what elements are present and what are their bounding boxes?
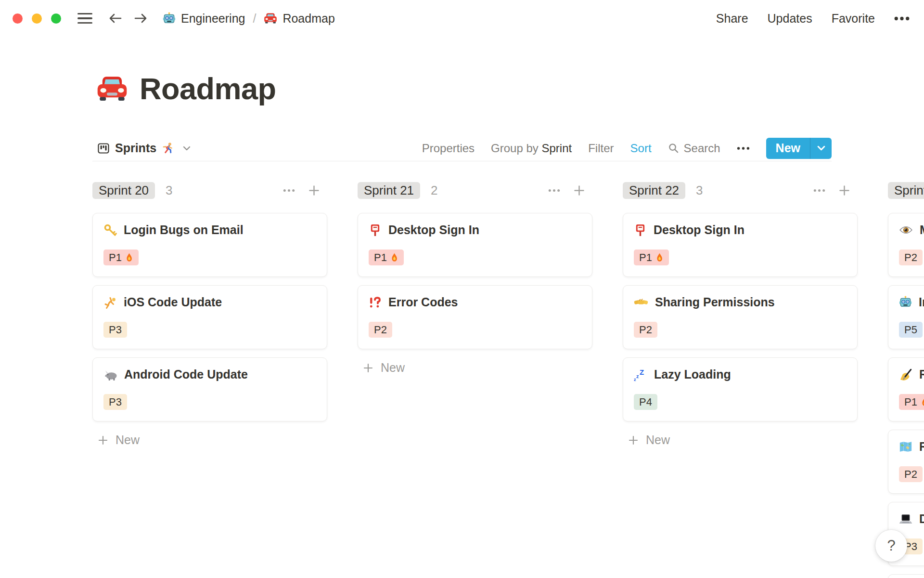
card-title: Android Code Update: [124, 368, 248, 381]
card-title: Sharing Permissions: [655, 295, 775, 309]
svg-text:z: z: [634, 377, 636, 381]
priority-badge: P3: [103, 394, 127, 410]
card-login-bugs-on-email[interactable]: Login Bugs on Email P1: [92, 213, 327, 277]
kanban-board: Sprint 20 3 Login Bugs on Email P1: [92, 182, 924, 578]
add-card-button[interactable]: New: [623, 433, 858, 447]
updates-button[interactable]: Updates: [768, 12, 812, 26]
group-by-value: Sprint: [541, 142, 572, 155]
key-emoji: [103, 223, 117, 237]
card-android-code-update[interactable]: Android Code Update P3: [92, 357, 327, 421]
fire-emoji: [655, 253, 664, 263]
close-window-button[interactable]: [13, 13, 23, 24]
forward-arrow-icon[interactable]: [134, 13, 148, 24]
card-title: iOS Code Update: [124, 295, 222, 309]
help-button[interactable]: ?: [875, 530, 907, 562]
breadcrumb-separator: /: [251, 12, 258, 26]
fire-emoji: [125, 253, 133, 263]
column-header: Sprint 21 2: [358, 182, 592, 199]
priority-badge: P1: [369, 250, 404, 265]
rhino-emoji: [103, 368, 117, 381]
board-column-sprint-23: Sprint 23 M P2 In P5: [888, 182, 924, 578]
minimize-window-button[interactable]: [32, 13, 42, 24]
car-emoji: [264, 13, 277, 24]
new-button[interactable]: New: [766, 138, 832, 159]
view-toolbar: Sprints Properties Group by Sprint Filte…: [92, 135, 832, 161]
traffic-lights: [13, 13, 61, 24]
column-add-icon[interactable]: [838, 184, 851, 197]
column-count: 3: [166, 183, 172, 198]
new-button-label: New: [766, 138, 810, 159]
column-name-pill[interactable]: Sprint 20: [92, 182, 155, 199]
breadcrumb-page[interactable]: Roadmap: [264, 12, 334, 26]
card-partial-3[interactable]: R P1: [888, 357, 924, 421]
column-count: 2: [431, 183, 437, 198]
column-more-icon[interactable]: [813, 189, 825, 192]
add-card-button[interactable]: New: [92, 433, 327, 447]
card-partial-6[interactable]: [888, 574, 924, 578]
priority-badge: P5: [899, 322, 923, 338]
column-add-icon[interactable]: [573, 184, 586, 197]
column-add-icon[interactable]: [308, 184, 321, 197]
priority-badge: P2: [634, 322, 657, 338]
priority-badge: P2: [899, 466, 923, 482]
card-partial-2[interactable]: In P5: [888, 285, 924, 349]
card-error-codes[interactable]: Error Codes P2: [358, 285, 592, 349]
favorite-button[interactable]: Favorite: [832, 12, 875, 26]
view-more-options-icon[interactable]: [737, 146, 750, 150]
board-view-icon: [97, 142, 110, 155]
svg-text:Z: Z: [640, 368, 644, 376]
back-arrow-icon[interactable]: [108, 13, 122, 24]
card-partial-4[interactable]: R P2: [888, 430, 924, 494]
card-title: In: [919, 295, 924, 309]
world-map-emoji: [899, 441, 912, 452]
fire-emoji: [390, 253, 398, 263]
page-title[interactable]: Roadmap: [140, 71, 276, 106]
sort-button[interactable]: Sort: [630, 142, 652, 155]
card-ios-code-update[interactable]: iOS Code Update P3: [92, 285, 327, 349]
new-dropdown-button[interactable]: [810, 138, 832, 159]
card-desktop-sign-in[interactable]: Desktop Sign In P1: [358, 213, 592, 277]
priority-badge: P1: [899, 394, 924, 410]
window-titlebar: Engineering / Roadmap Share Updates Favo…: [0, 0, 924, 37]
plus-icon: [628, 434, 639, 446]
zoom-window-button[interactable]: [51, 13, 61, 24]
search-button[interactable]: Search: [668, 142, 720, 155]
runner-emoji: [162, 142, 174, 154]
group-by-prefix: Group by: [491, 142, 539, 155]
breadcrumb-workspace-label: Engineering: [181, 12, 245, 26]
plus-icon: [97, 434, 109, 446]
postbox-emoji: [369, 223, 382, 236]
breadcrumb-page-label: Roadmap: [282, 12, 334, 26]
card-title: R: [919, 368, 924, 381]
card-partial-1[interactable]: M P2: [888, 213, 924, 277]
card-sharing-permissions[interactable]: Sharing Permissions P2: [623, 285, 858, 349]
add-card-button[interactable]: New: [358, 361, 592, 375]
card-desktop-sign-in[interactable]: Desktop Sign In P1: [623, 213, 858, 277]
tab-sprints-view[interactable]: Sprints: [97, 141, 191, 155]
zzz-emoji: Zzz: [634, 368, 647, 381]
breadcrumb-workspace[interactable]: Engineering: [163, 12, 245, 26]
group-by-button[interactable]: Group by Sprint: [491, 142, 572, 155]
postbox-emoji: [634, 223, 647, 236]
filter-button[interactable]: Filter: [588, 142, 614, 155]
priority-badge: P4: [634, 394, 657, 410]
svg-text:z: z: [636, 373, 639, 379]
column-name-pill[interactable]: Sprint 22: [623, 182, 685, 199]
column-name-pill[interactable]: Sprint 21: [358, 182, 420, 199]
card-lazy-loading[interactable]: Zzz Lazy Loading P4: [623, 357, 858, 421]
cartwheel-emoji: [103, 296, 117, 309]
column-more-icon[interactable]: [548, 189, 560, 192]
column-more-icon[interactable]: [283, 189, 295, 192]
share-button[interactable]: Share: [716, 12, 748, 26]
more-options-icon[interactable]: [894, 16, 910, 21]
robot-emoji: [163, 12, 176, 25]
interrobang-emoji: [369, 296, 382, 309]
column-name-pill[interactable]: Sprint 23: [888, 182, 924, 199]
card-title: M: [920, 223, 924, 237]
priority-badge: P2: [369, 322, 392, 338]
page-header: Roadmap: [96, 71, 276, 106]
sidebar-menu-icon[interactable]: [77, 13, 92, 24]
chevron-down-icon[interactable]: [183, 146, 191, 151]
properties-button[interactable]: Properties: [422, 142, 475, 155]
priority-badge: P1: [103, 250, 139, 265]
